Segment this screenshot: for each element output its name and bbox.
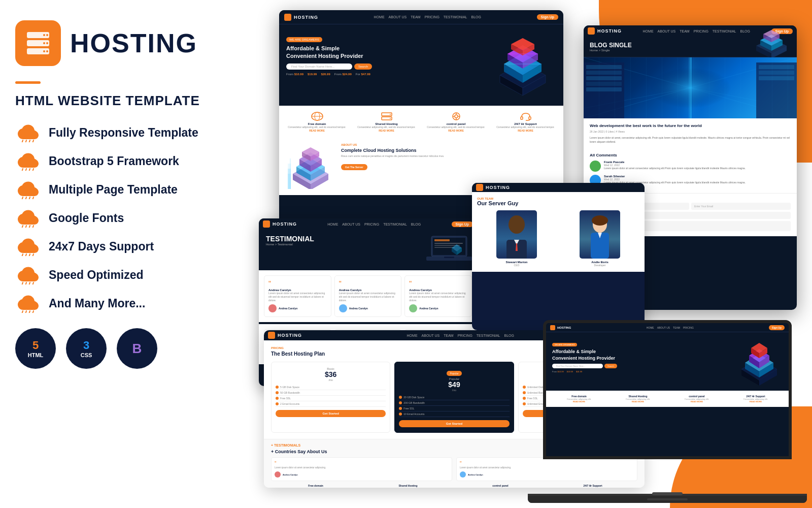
cpanel-icon: [450, 112, 462, 121]
nav-testimonial: TESTIMONIAL: [444, 15, 467, 19]
blog-meta: 26 Jan 2022 | 0 Likes | 4 Views: [590, 130, 791, 133]
test-card-2: " Andrea Carolyn Lorem ipsum dolor sit a…: [334, 275, 402, 317]
laptop-search-btn[interactable]: Search: [604, 364, 617, 368]
svg-line-28: [32, 254, 33, 256]
laptop-f-cpanel-link[interactable]: READ MORE: [669, 400, 725, 403]
about-badge: ABOUT US: [341, 143, 557, 146]
popular-price: $49: [399, 380, 509, 389]
support-svg: [520, 112, 532, 121]
check-dot: [523, 386, 526, 389]
search-button[interactable]: Search: [354, 64, 372, 70]
domain-svg: [311, 112, 323, 121]
get-server-button[interactable]: Get The Server: [341, 164, 367, 170]
team-role-2: Developer: [560, 264, 639, 267]
test-avatar-row-1: Andrea Carolyn: [268, 304, 327, 312]
feature-item: Fully Responsive Template: [15, 123, 239, 142]
laptop-nav-links: HOME ABOUT US TEAM PRICING: [647, 326, 694, 329]
team-person-1-svg: [496, 210, 537, 259]
laptop-f-support-link[interactable]: READ MORE: [728, 400, 784, 403]
about-desc: Risus cum sociis natoque penatibus et ma…: [341, 154, 557, 158]
svg-line-11: [29, 140, 30, 142]
basic-f3: Free SSL: [276, 396, 386, 401]
html-icon: 5: [32, 339, 39, 352]
test-nav-cta[interactable]: Sign Up: [452, 221, 473, 227]
laptop-f-hosting-link[interactable]: READ MORE: [610, 400, 666, 403]
test-nav-pricing: PRICING: [364, 223, 379, 226]
price-3: $26.99: [321, 73, 330, 76]
svg-rect-115: [434, 247, 455, 248]
blog-hero: BLOG SINGLE Home > Single: [584, 37, 797, 57]
mini-test-text-1: Lorem ipsum dolor sit amet consectetur a…: [275, 466, 449, 469]
cloud-svg-6: [15, 265, 40, 284]
blog-nav-logo: HOSTING: [588, 27, 622, 35]
css-icon: 3: [83, 339, 89, 352]
mini-avatar-1: [275, 471, 281, 478]
svg-rect-112: [434, 239, 450, 241]
test-avatar-row-2: Andrea Carolyn: [339, 304, 397, 312]
team-content: OUR TEAM Our Server Guy: [472, 192, 645, 272]
hosting-read-more[interactable]: READ MORE: [354, 129, 419, 132]
test-avatar-1: [268, 304, 277, 312]
support-read-more[interactable]: READ MORE: [493, 129, 558, 132]
svg-line-26: [25, 254, 26, 256]
left-panel: HOSTING HTML WEBSITE TEMPLATE Fully Resp…: [0, 0, 254, 508]
laptop-nav-cta[interactable]: Sign Up: [769, 325, 785, 330]
laptop-f-domain-link[interactable]: READ MORE: [551, 400, 607, 403]
svg-line-30: [25, 282, 26, 284]
mini-test-person-1: Andrea Carolyn: [275, 471, 449, 478]
nav-pricing: PRICING: [425, 15, 439, 19]
test-reviewer-name-2: Andrea Carolyn: [349, 307, 368, 310]
price-1: From $10.99: [286, 73, 303, 76]
pricing-logo-box: [268, 332, 275, 339]
basic-cta-button[interactable]: Get Started: [276, 410, 386, 417]
svg-line-95: [690, 88, 797, 108]
svg-line-94: [584, 88, 690, 108]
comment-1-text: Lorem ipsum dolor sit amet consectetur a…: [604, 167, 791, 170]
server-room-bg: [584, 57, 797, 118]
quote-icon-3: ": [409, 280, 467, 287]
svg-line-35: [29, 311, 30, 313]
test-text-1: Lorem ipsum dolor sit amet consectetur a…: [268, 292, 327, 302]
pricing-nav-testimonial: TESTIMONIAL: [477, 334, 500, 337]
test-nav-testimonial: TESTIMONIAL: [383, 223, 407, 226]
search-input[interactable]: Find Your Domain Name Here...: [286, 64, 352, 70]
pricing-nav-links: HOME ABOUT US TEAM PRICING TESTIMONIAL B…: [407, 334, 514, 337]
bf-hosting-link[interactable]: READ MORE: [363, 487, 453, 488]
svg-point-6: [43, 42, 45, 44]
logo-text: HOSTING: [70, 28, 197, 58]
blog-nav-team: TEAM: [680, 29, 689, 33]
basic-f2: 50 GB Bandwidth: [276, 390, 386, 396]
pricing-nav-blog: BLOG: [504, 334, 514, 337]
laptop-nav-logo-area: HOSTING: [550, 325, 571, 330]
svg-line-34: [25, 311, 26, 313]
blog-nav-pricing: PRICING: [694, 29, 708, 33]
feature-item: 24x7 Days Support: [15, 237, 239, 256]
laptop-search-input[interactable]: Find Your Domain Name Here...: [552, 364, 603, 368]
laptop-price-3: $24.99: [576, 370, 582, 373]
laptop-price-2: $19.99: [567, 370, 573, 373]
laptop-logo-box: [550, 325, 555, 330]
domain-text: Consectetur adipiscing elit, sed do eius…: [284, 125, 350, 129]
svg-rect-1: [27, 40, 49, 46]
domain-read-more[interactable]: READ MORE: [284, 129, 350, 132]
svg-line-32: [32, 282, 33, 284]
cpanel-read-more[interactable]: READ MORE: [423, 129, 489, 132]
svg-rect-113: [434, 243, 463, 244]
bf-hosting: Shared Hosting READ MORE: [363, 484, 453, 488]
pricing-card-popular: Popular Popular $49 /mo 20 GB Disk Space…: [394, 362, 514, 433]
feature-label-bootstrap: Bootstrap 5 Framework: [49, 154, 179, 168]
bf-domain-link[interactable]: READ MORE: [271, 487, 360, 488]
laptop-display: HOSTING HOME ABOUT US TEAM PRICING Sign …: [543, 320, 792, 459]
main-nav: HOSTING HOME ABOUT US TEAM PRICING TESTI…: [279, 10, 563, 24]
email-input[interactable]: Enter Your Email: [691, 203, 791, 210]
blog-nav-blog: BLOG: [740, 29, 750, 33]
nav-cta-button[interactable]: Sign Up: [537, 14, 558, 20]
popular-cta-button[interactable]: Get Started: [399, 420, 509, 427]
laptop-features: Free domain Consectetur adipiscing elit.…: [546, 391, 789, 407]
feature-label-responsive: Fully Responsive Template: [49, 126, 198, 140]
cloud-svg-5: [15, 237, 40, 256]
svg-rect-99: [586, 65, 622, 69]
blog-nav-testimonial: TESTIMONIAL: [713, 29, 736, 33]
laptop-nav-pricing: PRICING: [683, 326, 694, 329]
blog-content: Web development the best work is the fut…: [584, 118, 797, 153]
